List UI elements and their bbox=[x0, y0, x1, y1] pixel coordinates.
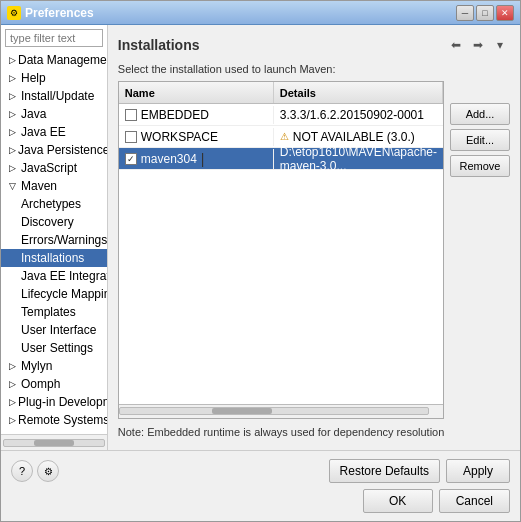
remove-button[interactable]: Remove bbox=[450, 155, 510, 177]
expand-arrow: ▷ bbox=[9, 145, 16, 155]
row-checkbox[interactable] bbox=[125, 131, 137, 143]
item-label: Lifecycle Mapping bbox=[21, 287, 107, 301]
sidebar-item-java-ee-integration[interactable]: Java EE Integratio... bbox=[1, 267, 107, 285]
sidebar-item-remote-systems[interactable]: ▷ Remote Systems bbox=[1, 411, 107, 429]
expand-arrow: ▽ bbox=[9, 181, 19, 191]
row-checkbox[interactable] bbox=[125, 153, 137, 165]
add-button[interactable]: Add... bbox=[450, 103, 510, 125]
expand-arrow: ▷ bbox=[9, 127, 19, 137]
panel-description: Select the installation used to launch M… bbox=[118, 63, 510, 75]
cell-details-embedded: 3.3.3/1.6.2.20150902-0001 bbox=[274, 106, 443, 124]
maximize-button[interactable]: □ bbox=[476, 5, 494, 21]
expand-arrow: ▷ bbox=[9, 361, 19, 371]
expand-arrow: ▷ bbox=[9, 91, 19, 101]
item-label: Archetypes bbox=[21, 197, 81, 211]
forward-button[interactable]: ➡ bbox=[468, 35, 488, 55]
back-button[interactable]: ⬅ bbox=[446, 35, 466, 55]
h-scroll-track[interactable] bbox=[119, 407, 429, 415]
restore-defaults-button[interactable]: Restore Defaults bbox=[329, 459, 440, 483]
expand-arrow: ▷ bbox=[9, 73, 19, 83]
sidebar-item-lifecycle-mapping[interactable]: Lifecycle Mapping bbox=[1, 285, 107, 303]
main-content: ▷ Data Management ▷ Help ▷ Install/Updat… bbox=[1, 25, 520, 450]
item-label: User Interface bbox=[21, 323, 96, 337]
apply-button[interactable]: Apply bbox=[446, 459, 510, 483]
sidebar-item-errors-warnings[interactable]: Errors/Warnings bbox=[1, 231, 107, 249]
installation-details: D:\etop1610\MAVEN\apache-maven-3.0... bbox=[280, 145, 437, 173]
minimize-button[interactable]: ─ bbox=[456, 5, 474, 21]
app-icon: ⚙ bbox=[7, 6, 21, 20]
sidebar-item-data-management[interactable]: ▷ Data Management bbox=[1, 51, 107, 69]
action-buttons: Add... Edit... Remove bbox=[450, 81, 510, 419]
info-button[interactable]: ⚙ bbox=[37, 460, 59, 482]
sidebar-item-mylyn[interactable]: ▷ Mylyn bbox=[1, 357, 107, 375]
menu-button[interactable]: ▾ bbox=[490, 35, 510, 55]
item-label: User Settings bbox=[21, 341, 93, 355]
sidebar-item-archetypes[interactable]: Archetypes bbox=[1, 195, 107, 213]
table-header: Name Details bbox=[119, 82, 443, 104]
col-header-details: Details bbox=[274, 82, 443, 103]
help-button[interactable]: ? bbox=[11, 460, 33, 482]
sidebar-item-install-update[interactable]: ▷ Install/Update bbox=[1, 87, 107, 105]
bottom-buttons: ? ⚙ Restore Defaults Apply bbox=[11, 459, 510, 483]
panel-title: Installations bbox=[118, 37, 200, 53]
sidebar-item-help[interactable]: ▷ Help bbox=[1, 69, 107, 87]
sidebar-item-user-settings[interactable]: User Settings bbox=[1, 339, 107, 357]
col-header-name: Name bbox=[119, 82, 274, 103]
cell-name-embedded: EMBEDDED bbox=[119, 106, 274, 124]
h-scroll-thumb bbox=[34, 440, 74, 446]
item-label: Discovery bbox=[21, 215, 74, 229]
sidebar-item-plugin-dev[interactable]: ▷ Plug-in Development bbox=[1, 393, 107, 411]
sidebar-item-java-ee[interactable]: ▷ Java EE bbox=[1, 123, 107, 141]
cell-name-maven304: maven304 | bbox=[119, 149, 274, 169]
installation-details: NOT AVAILABLE (3.0.) bbox=[293, 130, 415, 144]
row-checkbox[interactable] bbox=[125, 109, 137, 121]
item-label: Java Persistence bbox=[18, 143, 107, 157]
sidebar-item-oomph[interactable]: ▷ Oomph bbox=[1, 375, 107, 393]
installation-name: WORKSPACE bbox=[141, 130, 218, 144]
sidebar-scrollbar[interactable] bbox=[1, 434, 107, 450]
sidebar-item-user-interface[interactable]: User Interface bbox=[1, 321, 107, 339]
titlebar: ⚙ Preferences ─ □ ✕ bbox=[1, 1, 520, 25]
titlebar-controls: ─ □ ✕ bbox=[456, 5, 514, 21]
main-panel: Installations ⬅ ➡ ▾ Select the installat… bbox=[108, 25, 520, 450]
bottom-bar: ? ⚙ Restore Defaults Apply OK Cancel bbox=[1, 450, 520, 521]
sidebar-item-java[interactable]: ▷ Java bbox=[1, 105, 107, 123]
sidebar-item-templates[interactable]: Templates bbox=[1, 303, 107, 321]
table-body: EMBEDDED 3.3.3/1.6.2.20150902-0001 WORKS… bbox=[119, 104, 443, 404]
ok-button[interactable]: OK bbox=[363, 489, 433, 513]
expand-arrow: ▷ bbox=[9, 55, 16, 65]
cancel-button[interactable]: Cancel bbox=[439, 489, 510, 513]
installation-details: 3.3.3/1.6.2.20150902-0001 bbox=[280, 108, 424, 122]
edit-button[interactable]: Edit... bbox=[450, 129, 510, 151]
item-label: Java bbox=[21, 107, 46, 121]
filter-input[interactable] bbox=[5, 29, 103, 47]
installation-name: maven304 bbox=[141, 152, 197, 166]
expand-arrow: ▷ bbox=[9, 163, 19, 173]
sidebar-item-java-persistence[interactable]: ▷ Java Persistence bbox=[1, 141, 107, 159]
sidebar-item-installations[interactable]: Installations bbox=[1, 249, 107, 267]
sidebar-item-maven[interactable]: ▽ Maven bbox=[1, 177, 107, 195]
item-label: Templates bbox=[21, 305, 76, 319]
item-label: Help bbox=[21, 71, 46, 85]
note-text: Note: Embedded runtime is always used fo… bbox=[118, 425, 510, 440]
panel-toolbar: ⬅ ➡ ▾ bbox=[446, 35, 510, 55]
h-scroll-track[interactable] bbox=[3, 439, 105, 447]
item-label: Mylyn bbox=[21, 359, 52, 373]
expand-arrow: ▷ bbox=[9, 415, 16, 425]
item-label: Plug-in Development bbox=[18, 395, 107, 409]
sidebar-item-discovery[interactable]: Discovery bbox=[1, 213, 107, 231]
expand-arrow: ▷ bbox=[9, 109, 19, 119]
item-label: Maven bbox=[21, 179, 57, 193]
close-button[interactable]: ✕ bbox=[496, 5, 514, 21]
sidebar-item-javascript[interactable]: ▷ JavaScript bbox=[1, 159, 107, 177]
window-title: Preferences bbox=[25, 6, 94, 20]
item-label: JavaScript bbox=[21, 161, 77, 175]
preferences-window: ⚙ Preferences ─ □ ✕ ▷ Data Management ▷ … bbox=[0, 0, 521, 522]
cell-details-maven304: D:\etop1610\MAVEN\apache-maven-3.0... bbox=[274, 143, 443, 175]
panel-header: Installations ⬅ ➡ ▾ bbox=[118, 35, 510, 55]
table-row[interactable]: EMBEDDED 3.3.3/1.6.2.20150902-0001 bbox=[119, 104, 443, 126]
table-row[interactable]: maven304 | D:\etop1610\MAVEN\apache-mave… bbox=[119, 148, 443, 170]
item-label: Oomph bbox=[21, 377, 60, 391]
item-label: Errors/Warnings bbox=[21, 233, 107, 247]
h-scrollbar[interactable] bbox=[119, 404, 443, 418]
